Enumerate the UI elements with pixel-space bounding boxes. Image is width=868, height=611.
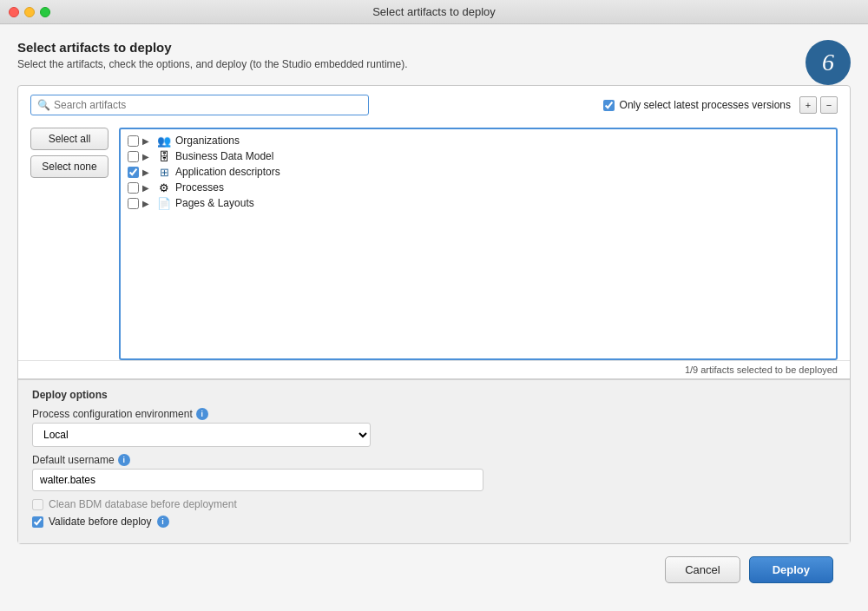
maximize-button[interactable] xyxy=(40,7,50,17)
header: Select artifacts to deploy Select the ar… xyxy=(17,40,851,85)
icon-processes: ⚙ xyxy=(156,181,172,194)
username-field-row: Default username i xyxy=(32,454,836,491)
checkbox-business-data-model[interactable] xyxy=(128,151,139,162)
deploy-options: Deploy options Process configuration env… xyxy=(18,379,850,543)
main-content: Select artifacts to deploy Select the ar… xyxy=(0,24,868,611)
validate-checkbox[interactable] xyxy=(32,516,43,528)
window-title: Select artifacts to deploy xyxy=(372,5,496,18)
tree-item-business-data-model[interactable]: ▶ 🗄 Business Data Model xyxy=(121,148,836,164)
clean-bdm-label: Clean BDM database before deployment xyxy=(49,498,237,510)
bonitasoft-logo: 6 xyxy=(806,40,851,85)
clean-bdm-checkbox[interactable] xyxy=(32,499,43,510)
page-title: Select artifacts to deploy xyxy=(17,40,806,55)
dialog-body: 🔍 Only select latest processes versions … xyxy=(17,85,851,544)
checkbox-pages-layouts[interactable] xyxy=(128,198,139,209)
deploy-button[interactable]: Deploy xyxy=(749,556,833,583)
arrow-organizations: ▶ xyxy=(142,136,153,146)
label-processes: Processes xyxy=(175,181,224,194)
icon-business-data-model: 🗄 xyxy=(156,150,172,162)
env-select[interactable]: Local Test Production xyxy=(32,423,371,447)
deploy-options-title: Deploy options xyxy=(32,389,836,401)
username-label: Default username i xyxy=(32,454,836,466)
search-input[interactable] xyxy=(30,95,369,115)
arrow-business-data-model: ▶ xyxy=(142,152,153,161)
checkbox-processes[interactable] xyxy=(128,182,139,194)
icon-application-descriptors: ⊞ xyxy=(156,166,172,178)
label-application-descriptors: Application descriptors xyxy=(175,166,280,178)
validate-info-icon: i xyxy=(157,516,169,528)
collapse-all-button[interactable]: − xyxy=(820,96,838,114)
env-label: Process configuration environment i xyxy=(32,408,836,420)
title-bar: Select artifacts to deploy xyxy=(0,0,868,24)
clean-bdm-row: Clean BDM database before deployment xyxy=(32,498,836,510)
label-business-data-model: Business Data Model xyxy=(175,150,273,162)
icon-pages-layouts: 📄 xyxy=(156,197,172,209)
cancel-button[interactable]: Cancel xyxy=(665,556,740,583)
tree-list: ▶ 👥 Organizations ▶ 🗄 Business Data Mode… xyxy=(121,129,836,214)
icon-organizations: 👥 xyxy=(156,135,172,147)
select-none-button[interactable]: Select none xyxy=(30,155,108,178)
minimize-button[interactable] xyxy=(24,7,35,17)
arrow-pages-layouts: ▶ xyxy=(142,199,153,208)
checkbox-organizations[interactable] xyxy=(128,135,139,147)
env-info-icon: i xyxy=(196,408,208,420)
username-input[interactable] xyxy=(32,469,483,491)
search-icon: 🔍 xyxy=(37,99,50,111)
tree-item-processes[interactable]: ▶ ⚙ Processes xyxy=(121,180,836,195)
arrow-processes: ▶ xyxy=(142,183,153,193)
artifact-tree: ▶ 👥 Organizations ▶ 🗄 Business Data Mode… xyxy=(119,128,838,360)
close-button[interactable] xyxy=(9,7,19,17)
validate-row: Validate before deploy i xyxy=(32,516,836,528)
expand-buttons: + − xyxy=(799,96,838,114)
label-pages-layouts: Pages & Layouts xyxy=(175,197,254,209)
arrow-application-descriptors: ▶ xyxy=(142,168,153,177)
validate-label: Validate before deploy xyxy=(49,516,152,528)
env-field-row: Process configuration environment i Loca… xyxy=(32,408,836,447)
window-controls[interactable] xyxy=(9,7,50,17)
tree-item-pages-layouts[interactable]: ▶ 📄 Pages & Layouts xyxy=(121,195,836,211)
tree-item-application-descriptors[interactable]: ▶ ⊞ Application descriptors xyxy=(121,164,836,180)
status-bar: 1/9 artifacts selected to be deployed xyxy=(18,360,850,378)
expand-all-button[interactable]: + xyxy=(799,96,817,114)
bottom-bar: Cancel Deploy xyxy=(17,544,851,597)
only-latest-label[interactable]: Only select latest processes versions xyxy=(603,99,791,111)
select-all-button[interactable]: Select all xyxy=(30,128,108,150)
username-info-icon: i xyxy=(118,454,130,466)
tree-item-organizations[interactable]: ▶ 👥 Organizations xyxy=(121,133,836,148)
label-organizations: Organizations xyxy=(175,135,240,147)
only-latest-checkbox[interactable] xyxy=(603,100,615,111)
page-subtitle: Select the artifacts, check the options,… xyxy=(17,58,806,70)
selection-buttons: Select all Select none xyxy=(30,128,108,360)
checkbox-application-descriptors[interactable] xyxy=(128,167,139,178)
